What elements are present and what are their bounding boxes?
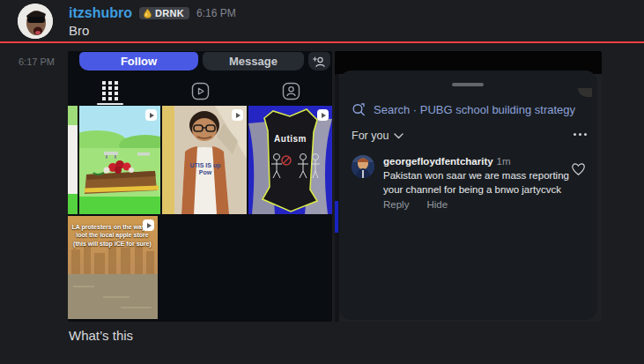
droplet-icon	[143, 8, 152, 19]
tab-reels[interactable]	[182, 78, 218, 104]
add-person-button[interactable]	[308, 52, 330, 71]
message-button-label: Message	[229, 55, 278, 68]
coffin-cartoon-image	[79, 106, 160, 214]
unread-messages-divider	[0, 41, 644, 43]
attachment-youtube-screenshot[interactable]: Search · PUBG school building strategy F…	[335, 51, 602, 322]
commenter-avatar-image	[352, 155, 374, 178]
message-text: Bro	[69, 23, 89, 38]
follow-button[interactable]: Follow	[79, 52, 198, 71]
attachment-instagram-screenshot[interactable]: Follow Message	[68, 51, 332, 322]
drag-handle[interactable]	[452, 83, 484, 86]
more-options-icon[interactable]	[574, 133, 587, 136]
comment-actions: Reply Hide	[383, 199, 448, 210]
message-button[interactable]: Message	[203, 52, 304, 71]
avatar[interactable]	[18, 4, 53, 39]
thumbnail-autism-shirt[interactable]: Autism	[248, 106, 332, 214]
autism-shirt-text: Autism	[248, 134, 332, 144]
username[interactable]: itzshubro	[69, 5, 132, 21]
search-label: Search · PUBG school building strategy	[374, 103, 575, 116]
follow-button-label: Follow	[121, 55, 157, 68]
boy-image	[162, 106, 247, 214]
search-icon	[352, 102, 366, 116]
pinned-search-row[interactable]: Search · PUBG school building strategy	[352, 102, 575, 116]
badge-label: DRNK	[155, 8, 184, 19]
grid-icon	[101, 80, 119, 101]
commenter-avatar[interactable]	[352, 155, 374, 178]
boy-shirt-text: UTIS IS up Pow	[184, 162, 226, 177]
reels-icon	[191, 82, 210, 100]
thumbnail-coffin-cartoon[interactable]	[79, 106, 160, 214]
message-text: What’s this	[69, 328, 133, 343]
comment-header: georgefloydfentcharity1m	[383, 156, 511, 167]
thumbnail-partial-sliver[interactable]	[68, 106, 78, 214]
person-add-icon	[313, 56, 326, 68]
video-edge-blue-fragment	[335, 201, 338, 233]
reel-play-badge	[143, 219, 154, 231]
reply-button[interactable]: Reply	[383, 199, 409, 210]
discord-chat-window: itzshubro DRNK 6:16 PM Bro 6:17 PM Follo…	[0, 0, 644, 364]
filter-label: For you	[352, 130, 389, 142]
comment-age: 1m	[497, 156, 511, 167]
timestamp: 6:16 PM	[196, 7, 236, 19]
reel-play-badge	[317, 109, 329, 121]
comments-filter[interactable]: For you	[352, 130, 403, 142]
video-corner-fragment	[578, 88, 592, 97]
tab-tagged[interactable]	[273, 78, 308, 104]
thumbnail-protest-reel[interactable]: LA protesters on the way to loot the loc…	[68, 216, 158, 319]
hover-timestamp: 6:17 PM	[19, 56, 55, 67]
reel-play-badge	[232, 109, 243, 121]
hide-button[interactable]: Hide	[426, 199, 448, 210]
tab-posts-grid[interactable]	[93, 78, 128, 104]
reel-play-badge	[145, 109, 157, 121]
avatar-image	[18, 4, 53, 39]
autism-shirt-image	[248, 106, 332, 214]
comments-bottom-sheet: Search · PUBG school building strategy F…	[339, 71, 597, 320]
tagged-icon	[282, 82, 300, 100]
message-header: itzshubro DRNK 6:16 PM	[69, 5, 236, 21]
sliver-image	[68, 106, 78, 214]
chevron-down-icon	[394, 133, 403, 139]
clan-tag-badge[interactable]: DRNK	[139, 7, 189, 19]
commenter-name[interactable]: georgefloydfentcharity	[383, 156, 493, 167]
active-tab-underline	[97, 103, 123, 105]
comment-text: Pakistan won saar we are mass reporting …	[383, 168, 579, 197]
like-heart-icon[interactable]	[571, 162, 586, 180]
thumbnail-boy-shirt[interactable]: UTIS IS up Pow	[162, 106, 247, 214]
